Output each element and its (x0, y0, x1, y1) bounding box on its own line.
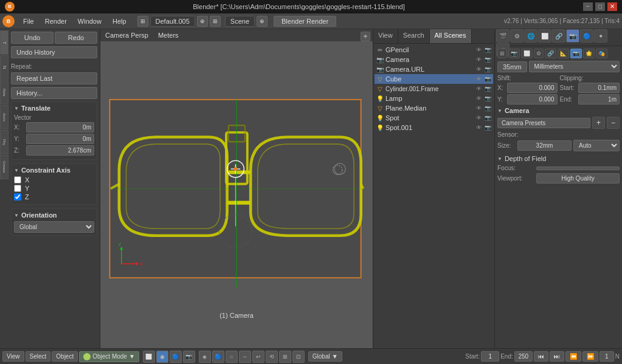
spot-001-render[interactable]: 📷 (483, 123, 492, 132)
clip-end-value[interactable]: 1m (578, 94, 620, 105)
x-axis-checkbox[interactable] (14, 176, 21, 184)
tab-grease[interactable]: Grease (0, 155, 9, 179)
camera-visibility[interactable]: 👁 (474, 55, 483, 64)
gpencil-render[interactable]: 📷 (483, 46, 492, 54)
tab-phys[interactable]: Phy (0, 130, 9, 154)
tab-view[interactable]: View (373, 29, 398, 43)
shift-y-value[interactable]: 0.000 (507, 94, 558, 105)
close-button[interactable]: ✕ (607, 2, 617, 11)
spot-render[interactable]: 📷 (483, 114, 492, 122)
camera-render[interactable]: 📷 (483, 55, 492, 64)
dof-header[interactable]: Depth of Field (497, 155, 620, 162)
menu-help[interactable]: Help (108, 16, 131, 26)
cube-visibility[interactable]: 👁 (474, 75, 483, 83)
presets-add-button[interactable]: + (592, 117, 605, 129)
redo-button[interactable]: Redo (55, 32, 97, 44)
camera-presets-selector[interactable]: Camera Presets (497, 118, 590, 128)
select-menu-button[interactable]: Select (26, 351, 51, 362)
prop-data-icon[interactable]: 📷 (566, 29, 579, 43)
presets-remove-button[interactable]: − (607, 117, 620, 129)
shift-x-value[interactable]: 0.000 (507, 83, 558, 93)
next-frame-button[interactable]: ⏩ (582, 351, 598, 362)
snap-btn[interactable]: 🔵 (212, 351, 224, 363)
pivot-btn[interactable]: ◈ (199, 351, 211, 363)
transform-btn5[interactable]: ⊡ (292, 351, 305, 363)
gpencil-visibility[interactable]: 👁 (474, 46, 483, 54)
dof-focus-value[interactable] (536, 167, 620, 170)
spot-visibility[interactable]: 👁 (474, 114, 483, 122)
tab-all-scenes[interactable]: All Scenes (430, 29, 472, 43)
viewport-shading-btn3[interactable]: 🔵 (170, 351, 182, 363)
render-engine-selector[interactable]: Blender Render (274, 16, 336, 27)
jump-to-end-button[interactable]: ⏭ (550, 351, 564, 362)
maximize-button[interactable]: □ (595, 2, 605, 11)
prop-scene-icon[interactable]: ⚙ (510, 29, 524, 43)
menu-file[interactable]: File (18, 16, 39, 26)
tree-item-lamp[interactable]: 💡 Lamp 👁 📷 (375, 94, 493, 103)
prop-texture-icon[interactable]: ✦ (594, 29, 607, 43)
camera-url-render[interactable]: 📷 (483, 65, 492, 74)
cube-render[interactable]: 📷 (483, 75, 492, 83)
unit-selector[interactable]: Millimeters Degrees (529, 61, 620, 72)
frame-start-input[interactable]: 1 (481, 351, 499, 362)
tab-anim[interactable]: Anim (0, 105, 9, 129)
prev-frame-button[interactable]: ⏪ (565, 351, 581, 362)
viewport-shading-btn1[interactable]: ⬜ (143, 351, 155, 363)
tree-item-spot[interactable]: 💡 Spot 👁 📷 (375, 113, 493, 123)
sensor-size-value[interactable]: 32mm (517, 140, 572, 151)
transform-btn1[interactable]: ↔ (239, 351, 251, 363)
plane-median-render[interactable]: 📷 (483, 104, 492, 112)
cylinder-visibility[interactable]: 👁 (474, 84, 483, 93)
viewport[interactable]: Camera Persp Meters + (100, 29, 373, 348)
minimize-button[interactable]: − (583, 2, 593, 11)
tree-item-plane-median[interactable]: ▽ Plane.Median 👁 📷 (375, 103, 493, 113)
prop-constraint-icon[interactable]: 🔗 (552, 29, 565, 43)
tab-rela[interactable]: Rela (0, 80, 9, 105)
jump-to-start-button[interactable]: ⏮ (534, 351, 548, 362)
workspace-selector[interactable]: Default.005 (150, 16, 195, 27)
tab-tools[interactable]: T (0, 30, 9, 55)
prop-render-icon[interactable]: 🎬 (496, 29, 510, 43)
prop-world-icon[interactable]: 🌐 (524, 29, 537, 43)
scene-add-icon[interactable]: ⊕ (257, 16, 268, 27)
orientation-selector[interactable]: Global ▼ (308, 351, 342, 362)
tree-item-camera[interactable]: 📷 Camera 👁 📷 (375, 55, 493, 64)
prop-edit-btn[interactable]: ○ (226, 351, 238, 363)
repeat-last-button[interactable]: Repeat Last (11, 72, 97, 84)
editor-type-icon[interactable]: ⊞ (137, 16, 148, 27)
lamp-render[interactable]: 📷 (483, 94, 492, 103)
undo-button[interactable]: Undo (11, 32, 54, 44)
prop-object-icon[interactable]: ⬜ (538, 29, 551, 43)
tree-item-cylinder[interactable]: ▽ Cylinder.001.Frame 👁 📷 (375, 84, 493, 94)
y-value[interactable]: 0m (26, 134, 94, 144)
tree-item-cube[interactable]: ▽ Cube 👁 📷 (375, 74, 493, 84)
history-button[interactable]: History... (11, 87, 97, 99)
viewport-plus-button[interactable]: + (361, 32, 370, 41)
z-axis-checkbox[interactable] (14, 193, 21, 201)
viewport-shading-btn2[interactable]: ◉ (156, 351, 168, 363)
clip-start-value[interactable]: 0.1mm (578, 83, 620, 93)
tab-search[interactable]: Search (398, 29, 430, 43)
transform-btn3[interactable]: ⟲ (266, 351, 278, 363)
frame-end-input[interactable]: 250 (514, 351, 533, 362)
tree-item-spot-001[interactable]: 💡 Spot.001 👁 📷 (375, 123, 493, 132)
transform-btn2[interactable]: ↩ (252, 351, 264, 363)
dof-quality-value[interactable]: High Quality (536, 173, 620, 184)
prop-material-icon[interactable]: 🔵 (580, 29, 593, 43)
y-axis-checkbox[interactable] (14, 185, 21, 192)
orientation-select[interactable]: Global Local Normal (14, 221, 94, 233)
undo-history-button[interactable]: Undo History (11, 46, 97, 58)
object-menu-button[interactable]: Object (52, 351, 78, 362)
tree-item-gpencil[interactable]: ✏ GPencil 👁 📷 (375, 45, 493, 55)
lamp-visibility[interactable]: 👁 (474, 94, 483, 103)
camera-url-visibility[interactable]: 👁 (474, 65, 483, 74)
sensor-type-select[interactable]: Auto Horizontal Vertical (573, 140, 620, 151)
cylinder-render[interactable]: 📷 (483, 84, 492, 93)
tab-properties[interactable]: N (0, 55, 9, 80)
x-value[interactable]: 0m (26, 122, 94, 132)
viewport-shading-btn4[interactable]: 📷 (183, 351, 195, 363)
scene-selector[interactable]: Scene (225, 16, 255, 27)
spot-001-visibility[interactable]: 👁 (474, 123, 483, 132)
menu-render[interactable]: Render (40, 16, 72, 26)
view-menu-button[interactable]: View (2, 351, 24, 362)
